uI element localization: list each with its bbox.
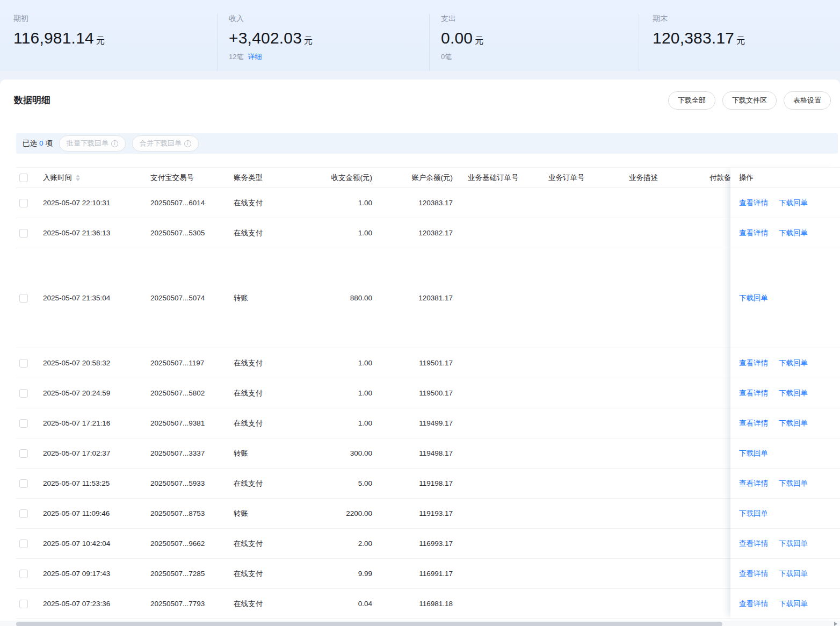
download-receipt-link[interactable]: 下载回单 [779, 419, 808, 428]
batch-download-receipt-button[interactable]: 批量下载回单i [59, 135, 126, 152]
view-detail-link[interactable]: 查看详情 [739, 388, 768, 398]
row-checkbox[interactable] [19, 539, 28, 548]
cell-empty [460, 408, 541, 438]
cell-transaction-id: 20250507...5305 [143, 218, 226, 248]
data-detail-panel: 数据明细 下载全部 下载文件区 表格设置 已选0项 批量下载回单i 合并下载回单… [0, 80, 840, 626]
expense-amount: 0.00 [441, 29, 473, 47]
row-checkbox[interactable] [19, 294, 28, 303]
cell-account-type: 在线支付 [226, 408, 299, 438]
summary-label: 期初 [13, 14, 217, 24]
cell-account-type: 在线支付 [226, 188, 299, 218]
cell-entry-time: 2025-05-07 07:23:36 [35, 589, 143, 618]
cell-empty [460, 469, 541, 498]
cell-amount: 1.00 [299, 188, 376, 218]
row-actions: 查看详情下载回单 [730, 218, 840, 248]
cell-account-type: 在线支付 [226, 589, 299, 618]
cell-amount: 0.04 [299, 589, 376, 618]
table-settings-button[interactable]: 表格设置 [784, 91, 831, 110]
selected-count-text: 已选0项 [23, 139, 53, 148]
row-checkbox[interactable] [19, 509, 28, 518]
cell-empty [541, 499, 621, 528]
merge-download-receipt-button[interactable]: 合并下载回单i [132, 135, 199, 152]
column-header: 业务基础订单号 [460, 168, 541, 188]
select-all-checkbox[interactable] [19, 174, 28, 182]
row-actions: 下载回单 [730, 248, 840, 348]
view-detail-link[interactable]: 查看详情 [739, 479, 768, 488]
cell-empty [621, 469, 702, 498]
row-actions: 查看详情下载回单 [730, 188, 840, 218]
cell-amount: 300.00 [299, 438, 376, 468]
download-all-button[interactable]: 下载全部 [668, 91, 715, 110]
view-detail-link[interactable]: 查看详情 [739, 599, 768, 609]
column-header: 业务描述 [621, 168, 702, 188]
cell-entry-time: 2025-05-07 09:17:43 [35, 559, 143, 588]
row-checkbox[interactable] [19, 389, 28, 398]
cell-entry-time: 2025-05-07 21:35:04 [35, 248, 143, 348]
download-file-zone-button[interactable]: 下载文件区 [722, 91, 777, 110]
income-amount: +3,402.03 [229, 29, 302, 47]
row-checkbox[interactable] [19, 600, 28, 608]
download-receipt-link[interactable]: 下载回单 [739, 293, 768, 303]
download-receipt-link[interactable]: 下载回单 [779, 228, 808, 238]
cell-empty [460, 499, 541, 528]
download-receipt-link[interactable]: 下载回单 [779, 539, 808, 549]
row-checkbox[interactable] [19, 359, 28, 368]
download-receipt-link[interactable]: 下载回单 [779, 479, 808, 488]
table-header-row: 入账时间支付宝交易号账务类型收支金额(元)账户余额(元)业务基础订单号业务订单号… [16, 167, 840, 188]
row-actions: 查看详情下载回单 [730, 408, 840, 438]
download-receipt-link[interactable]: 下载回单 [739, 509, 768, 519]
cell-entry-time: 2025-05-07 17:21:16 [35, 408, 143, 438]
download-receipt-link[interactable]: 下载回单 [779, 388, 808, 398]
download-receipt-link[interactable]: 下载回单 [779, 569, 808, 579]
download-receipt-link[interactable]: 下载回单 [739, 449, 768, 458]
page-title: 数据明细 [14, 94, 50, 107]
scrollbar-thumb[interactable] [16, 622, 722, 626]
table-row: 2025-05-07 11:09:4620250507...8753转账2200… [16, 499, 840, 529]
income-detail-link[interactable]: 详细 [248, 53, 262, 61]
cell-amount: 1.00 [299, 378, 376, 408]
cell-empty [621, 589, 702, 618]
cell-account-type: 在线支付 [226, 559, 299, 588]
download-receipt-link[interactable]: 下载回单 [779, 198, 808, 208]
scroll-right-arrow-icon[interactable] [834, 622, 837, 626]
row-checkbox[interactable] [19, 449, 28, 458]
cell-balance: 119500.17 [376, 378, 460, 408]
summary-value: 116,981.14 元 [13, 29, 217, 47]
column-header[interactable]: 入账时间 [35, 168, 143, 188]
cell-empty [541, 378, 621, 408]
download-receipt-link[interactable]: 下载回单 [779, 599, 808, 609]
horizontal-scrollbar[interactable] [0, 621, 840, 626]
view-detail-link[interactable]: 查看详情 [739, 358, 768, 368]
row-checkbox[interactable] [19, 419, 28, 428]
summary-label: 期末 [653, 14, 840, 24]
cell-amount: 2200.00 [299, 499, 376, 528]
view-detail-link[interactable]: 查看详情 [739, 198, 768, 208]
summary-bar: 期初 116,981.14 元 收入 +3,402.03 元 12笔详细 支出 … [0, 0, 840, 71]
download-receipt-link[interactable]: 下载回单 [779, 358, 808, 368]
view-detail-link[interactable]: 查看详情 [739, 419, 768, 428]
cell-empty [541, 248, 621, 348]
view-detail-link[interactable]: 查看详情 [739, 228, 768, 238]
currency-unit: 元 [304, 35, 313, 47]
currency-unit: 元 [96, 35, 105, 47]
summary-value: 120,383.17 元 [653, 29, 840, 47]
cell-empty [621, 348, 702, 378]
view-detail-link[interactable]: 查看详情 [739, 569, 768, 579]
sort-icon[interactable] [76, 175, 80, 181]
action-column-header: 操作 [730, 167, 840, 188]
select-all-cell [16, 168, 35, 188]
cell-balance: 116993.17 [376, 529, 460, 558]
selection-bar: 已选0项 批量下载回单i 合并下载回单i [16, 133, 838, 154]
cell-account-type: 在线支付 [226, 469, 299, 498]
row-checkbox[interactable] [19, 570, 28, 578]
income-count: 12笔 [229, 53, 243, 61]
row-checkbox[interactable] [19, 229, 28, 238]
cell-amount: 1.00 [299, 348, 376, 378]
column-header: 收支金额(元) [299, 168, 376, 188]
row-checkbox[interactable] [19, 479, 28, 488]
cell-balance: 120383.17 [376, 188, 460, 218]
row-checkbox[interactable] [19, 199, 28, 207]
view-detail-link[interactable]: 查看详情 [739, 539, 768, 549]
cell-account-type: 转账 [226, 499, 299, 528]
table-body: 2025-05-07 22:10:3120250507...6014在线支付1.… [16, 188, 840, 619]
